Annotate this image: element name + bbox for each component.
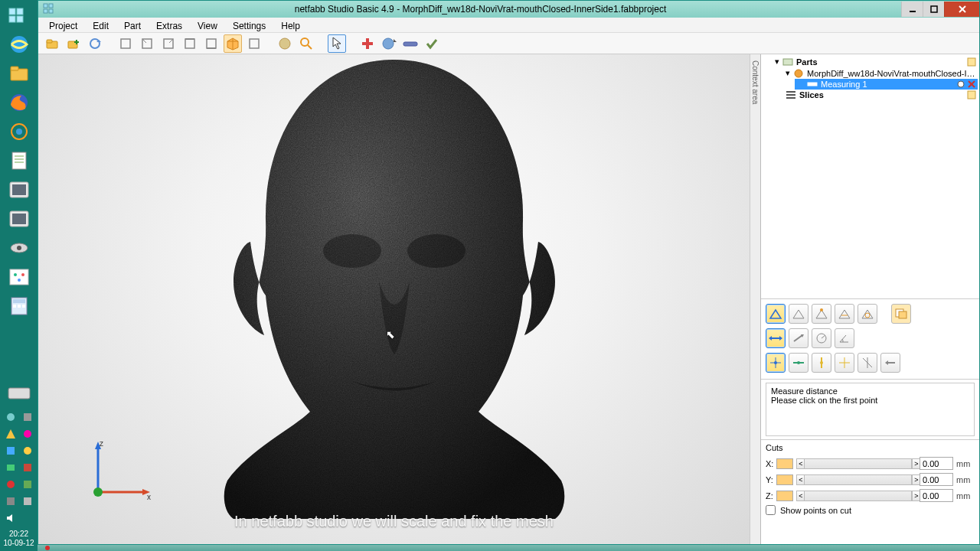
cut-x-swatch[interactable] (776, 458, 793, 469)
systray-icon[interactable] (21, 461, 34, 474)
taskbar-eye-icon[interactable] (5, 236, 33, 260)
taskbar-meshlab-icon[interactable] (5, 119, 33, 144)
measure-mode-d[interactable] (835, 304, 854, 324)
systray-icon[interactable] (21, 478, 34, 491)
measure-button[interactable] (380, 34, 398, 53)
taskbar-reconstruct-icon[interactable] (5, 265, 33, 289)
systray-icon[interactable] (21, 494, 34, 508)
taskbar-ie-icon[interactable] (5, 32, 33, 57)
view-cube-front[interactable] (116, 34, 135, 53)
snap-yz-button[interactable] (858, 353, 877, 373)
cut-z-value[interactable] (920, 489, 953, 502)
cut-y-unit: mm (956, 475, 975, 484)
measure-mode-c[interactable] (812, 304, 831, 324)
context-area-tab[interactable]: Context area (750, 54, 760, 544)
svg-rect-3 (17, 16, 23, 22)
measure-distance-button[interactable] (766, 328, 786, 348)
add-part-button[interactable] (64, 34, 83, 53)
cut-z-swatch[interactable] (776, 491, 793, 501)
measure-overlay-button[interactable] (891, 304, 911, 324)
pin-icon[interactable] (956, 80, 965, 89)
measure-vector-button[interactable] (789, 328, 808, 348)
systray-icon[interactable] (21, 427, 34, 441)
taskbar-calc-icon[interactable] (5, 294, 33, 318)
taskbar-firefox-icon[interactable] (5, 90, 33, 115)
systray-icon[interactable] (4, 461, 18, 474)
menu-view[interactable]: View (191, 19, 224, 31)
menu-help[interactable]: Help (275, 19, 306, 31)
taskbar-clock[interactable]: 20:22 10-09-12 (3, 530, 34, 551)
snap-point-button[interactable] (766, 353, 786, 373)
show-points-checkbox[interactable] (766, 505, 776, 515)
taskbar-app-netfabb[interactable] (5, 3, 33, 28)
remove-icon[interactable] (967, 80, 976, 89)
cut-x-slider[interactable] (804, 458, 912, 469)
systray-icon[interactable] (4, 494, 18, 508)
collapse-toggle-icon[interactable]: ▾ (775, 57, 779, 67)
snap-y-axis-button[interactable] (812, 353, 831, 373)
measure-radius-button[interactable] (812, 328, 831, 348)
svg-rect-29 (8, 388, 30, 399)
tree-node-part[interactable]: ▾ MorphDiff_ww18d-NoviVrat-mouthClosed-I… (784, 67, 978, 79)
systray-icon[interactable] (21, 444, 34, 458)
show-points-label: Show points on cut (780, 506, 851, 515)
view-cube-right[interactable] (159, 34, 178, 53)
measure-mode-a[interactable] (766, 304, 786, 324)
check-button[interactable] (423, 34, 441, 53)
viewport-3d[interactable]: ⬉ In netfabb studio we will scale and fi… (38, 54, 750, 544)
zoom-button[interactable] (297, 34, 315, 53)
view-cube-bottom[interactable] (202, 34, 220, 53)
svg-rect-1 (17, 8, 23, 15)
taskbar-app-b-icon[interactable] (5, 207, 33, 231)
select-cursor-button[interactable] (328, 34, 346, 53)
show-points-on-cut[interactable]: Show points on cut (766, 505, 975, 515)
view-cube-top[interactable] (181, 34, 199, 53)
systray-volume-icon[interactable] (4, 511, 18, 525)
maximize-button[interactable] (923, 2, 944, 17)
systray-icon[interactable] (21, 410, 34, 424)
video-progress-strip[interactable] (38, 545, 980, 551)
platform-button[interactable] (401, 34, 420, 53)
systray-icon[interactable] (4, 410, 18, 424)
close-button[interactable] (944, 2, 979, 17)
measure-mode-e[interactable] (858, 304, 877, 324)
cut-y-slider[interactable] (804, 474, 912, 485)
systray-icon[interactable] (4, 427, 18, 441)
snap-reset-button[interactable] (880, 353, 900, 373)
collapse-toggle-icon[interactable]: ▾ (786, 68, 790, 78)
systray-icon[interactable] (4, 444, 18, 458)
repair-button[interactable] (358, 34, 377, 53)
tree-node-parts[interactable]: ▾ Parts (773, 56, 978, 67)
snap-x-axis-button[interactable] (789, 353, 808, 373)
cut-z-slider[interactable] (804, 491, 912, 501)
sphere-button[interactable] (276, 34, 294, 53)
view-cube-iso-active[interactable] (224, 34, 242, 53)
menu-part[interactable]: Part (118, 19, 147, 31)
taskbar-app-a-icon[interactable] (5, 178, 33, 202)
view-cube-left[interactable] (138, 34, 156, 53)
svg-rect-108 (899, 311, 906, 318)
taskbar-notepad-icon[interactable] (5, 148, 33, 173)
tree-node-measuring[interactable]: Measuring 1 (795, 79, 978, 90)
reload-button[interactable] (86, 34, 104, 53)
measure-angle-button[interactable] (835, 328, 854, 348)
taskbar-keyboard-icon[interactable] (5, 381, 33, 406)
menu-edit[interactable]: Edit (87, 19, 115, 31)
taskbar-explorer-icon[interactable] (5, 61, 33, 86)
menu-project[interactable]: Project (43, 19, 83, 31)
open-project-button[interactable] (43, 34, 61, 53)
systray-icon[interactable] (4, 478, 18, 491)
menu-extras[interactable]: Extras (150, 19, 188, 31)
menu-settings[interactable]: Settings (227, 19, 272, 31)
minimize-button[interactable] (901, 2, 923, 17)
cut-y-value[interactable] (920, 473, 953, 486)
cut-x-value[interactable] (920, 457, 953, 470)
view-cube-back[interactable] (245, 34, 263, 53)
cut-y-swatch[interactable] (776, 474, 793, 485)
snap-xy-button[interactable] (835, 353, 854, 373)
measure-mode-b[interactable] (789, 304, 808, 324)
parts-tree[interactable]: ▾ Parts ▾ MorphDiff_ww18d-NoviVrat-mouth… (761, 54, 979, 299)
tree-node-slices[interactable]: Slices (773, 90, 978, 100)
svg-rect-6 (11, 67, 18, 70)
titlebar[interactable]: netfabb Studio Basic 4.9 - MorphDiff_ww1… (38, 1, 979, 18)
